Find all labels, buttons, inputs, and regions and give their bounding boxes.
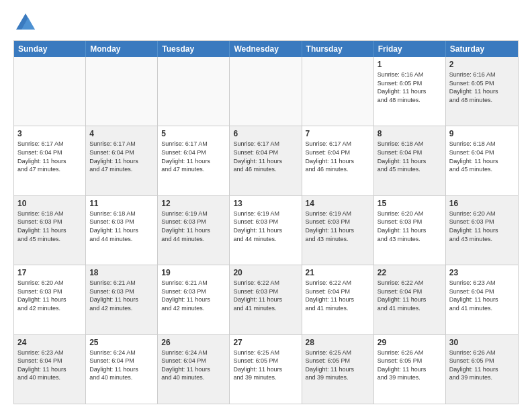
calendar-cell: 28Sunrise: 6:25 AM Sunset: 6:05 PM Dayli… [302, 335, 374, 404]
day-number: 6 [233, 129, 298, 138]
day-number: 25 [89, 338, 154, 347]
day-number: 29 [378, 338, 442, 347]
calendar-cell: 11Sunrise: 6:18 AM Sunset: 6:03 PM Dayli… [86, 196, 158, 265]
day-info: Sunrise: 6:24 AM Sunset: 6:04 PM Dayligh… [89, 349, 154, 382]
header-day-wednesday: Wednesday [230, 41, 302, 57]
header-day-saturday: Saturday [446, 41, 518, 57]
day-number: 22 [378, 268, 442, 277]
calendar-cell: 13Sunrise: 6:19 AM Sunset: 6:03 PM Dayli… [230, 196, 302, 265]
day-number: 23 [449, 268, 515, 277]
day-number: 30 [449, 338, 515, 347]
day-number: 19 [161, 268, 226, 277]
calendar-cell: 17Sunrise: 6:20 AM Sunset: 6:03 PM Dayli… [14, 265, 86, 334]
day-info: Sunrise: 6:19 AM Sunset: 6:03 PM Dayligh… [233, 210, 298, 243]
day-number: 28 [306, 338, 370, 347]
day-number: 4 [89, 129, 154, 138]
day-info: Sunrise: 6:25 AM Sunset: 6:05 PM Dayligh… [306, 349, 370, 382]
day-info: Sunrise: 6:16 AM Sunset: 6:05 PM Dayligh… [449, 71, 515, 104]
day-number: 8 [378, 129, 442, 138]
day-number: 10 [17, 199, 82, 208]
header-day-friday: Friday [374, 41, 446, 57]
day-info: Sunrise: 6:17 AM Sunset: 6:04 PM Dayligh… [306, 140, 370, 173]
day-info: Sunrise: 6:18 AM Sunset: 6:04 PM Dayligh… [378, 140, 442, 173]
day-number: 14 [306, 199, 370, 208]
calendar-header: SundayMondayTuesdayWednesdayThursdayFrid… [14, 41, 518, 57]
day-info: Sunrise: 6:17 AM Sunset: 6:04 PM Dayligh… [89, 140, 154, 173]
day-number: 13 [233, 199, 298, 208]
day-info: Sunrise: 6:25 AM Sunset: 6:05 PM Dayligh… [233, 349, 298, 382]
calendar-cell: 15Sunrise: 6:20 AM Sunset: 6:03 PM Dayli… [374, 196, 446, 265]
day-info: Sunrise: 6:22 AM Sunset: 6:03 PM Dayligh… [233, 279, 298, 312]
logo-icon [13, 11, 38, 35]
calendar-cell: 3Sunrise: 6:17 AM Sunset: 6:04 PM Daylig… [14, 126, 86, 195]
header-day-monday: Monday [86, 41, 158, 57]
calendar-cell [158, 57, 230, 126]
day-info: Sunrise: 6:20 AM Sunset: 6:03 PM Dayligh… [449, 210, 515, 243]
header-day-tuesday: Tuesday [158, 41, 230, 57]
day-info: Sunrise: 6:17 AM Sunset: 6:04 PM Dayligh… [17, 140, 82, 173]
calendar-cell: 9Sunrise: 6:18 AM Sunset: 6:04 PM Daylig… [446, 126, 518, 195]
day-number: 7 [306, 129, 370, 138]
calendar-cell: 30Sunrise: 6:26 AM Sunset: 6:05 PM Dayli… [446, 335, 518, 404]
day-number: 12 [161, 199, 226, 208]
logo [13, 11, 40, 35]
day-info: Sunrise: 6:17 AM Sunset: 6:04 PM Dayligh… [233, 140, 298, 173]
day-info: Sunrise: 6:23 AM Sunset: 6:04 PM Dayligh… [17, 349, 82, 382]
calendar-cell: 20Sunrise: 6:22 AM Sunset: 6:03 PM Dayli… [230, 265, 302, 334]
calendar-row-3: 10Sunrise: 6:18 AM Sunset: 6:03 PM Dayli… [14, 195, 518, 265]
day-number: 15 [378, 199, 442, 208]
calendar-cell: 26Sunrise: 6:24 AM Sunset: 6:04 PM Dayli… [158, 335, 230, 404]
day-number: 9 [449, 129, 515, 138]
calendar-cell: 25Sunrise: 6:24 AM Sunset: 6:04 PM Dayli… [86, 335, 158, 404]
day-info: Sunrise: 6:26 AM Sunset: 6:05 PM Dayligh… [449, 349, 515, 382]
calendar-cell: 16Sunrise: 6:20 AM Sunset: 6:03 PM Dayli… [446, 196, 518, 265]
day-info: Sunrise: 6:18 AM Sunset: 6:03 PM Dayligh… [17, 210, 82, 243]
header-day-thursday: Thursday [302, 41, 374, 57]
day-info: Sunrise: 6:20 AM Sunset: 6:03 PM Dayligh… [17, 279, 82, 312]
calendar-row-4: 17Sunrise: 6:20 AM Sunset: 6:03 PM Dayli… [14, 265, 518, 334]
calendar-cell [230, 57, 302, 126]
calendar-cell: 7Sunrise: 6:17 AM Sunset: 6:04 PM Daylig… [302, 126, 374, 195]
header-day-sunday: Sunday [14, 41, 86, 57]
day-number: 20 [233, 268, 298, 277]
day-number: 11 [89, 199, 154, 208]
day-info: Sunrise: 6:21 AM Sunset: 6:03 PM Dayligh… [89, 279, 154, 312]
calendar-cell [86, 57, 158, 126]
calendar-cell: 10Sunrise: 6:18 AM Sunset: 6:03 PM Dayli… [14, 196, 86, 265]
day-number: 27 [233, 338, 298, 347]
calendar-cell: 12Sunrise: 6:19 AM Sunset: 6:03 PM Dayli… [158, 196, 230, 265]
day-number: 3 [17, 129, 82, 138]
calendar-row-5: 24Sunrise: 6:23 AM Sunset: 6:04 PM Dayli… [14, 334, 518, 404]
calendar-row-1: 1Sunrise: 6:16 AM Sunset: 6:05 PM Daylig… [14, 57, 518, 126]
day-number: 17 [17, 268, 82, 277]
day-info: Sunrise: 6:19 AM Sunset: 6:03 PM Dayligh… [161, 210, 226, 243]
day-number: 5 [161, 129, 226, 138]
day-info: Sunrise: 6:26 AM Sunset: 6:05 PM Dayligh… [378, 349, 442, 382]
day-info: Sunrise: 6:22 AM Sunset: 6:04 PM Dayligh… [378, 279, 442, 312]
day-info: Sunrise: 6:17 AM Sunset: 6:04 PM Dayligh… [161, 140, 226, 173]
calendar-cell: 21Sunrise: 6:22 AM Sunset: 6:04 PM Dayli… [302, 265, 374, 334]
calendar-cell: 5Sunrise: 6:17 AM Sunset: 6:04 PM Daylig… [158, 126, 230, 195]
day-number: 26 [161, 338, 226, 347]
day-number: 21 [306, 268, 370, 277]
day-number: 2 [449, 60, 515, 69]
calendar-cell: 1Sunrise: 6:16 AM Sunset: 6:05 PM Daylig… [374, 57, 446, 126]
day-number: 24 [17, 338, 82, 347]
calendar: SundayMondayTuesdayWednesdayThursdayFrid… [13, 40, 519, 404]
day-info: Sunrise: 6:16 AM Sunset: 6:05 PM Dayligh… [378, 71, 442, 104]
calendar-cell: 19Sunrise: 6:21 AM Sunset: 6:03 PM Dayli… [158, 265, 230, 334]
calendar-cell: 2Sunrise: 6:16 AM Sunset: 6:05 PM Daylig… [446, 57, 518, 126]
calendar-row-2: 3Sunrise: 6:17 AM Sunset: 6:04 PM Daylig… [14, 126, 518, 195]
calendar-cell: 29Sunrise: 6:26 AM Sunset: 6:05 PM Dayli… [374, 335, 446, 404]
day-info: Sunrise: 6:21 AM Sunset: 6:03 PM Dayligh… [161, 279, 226, 312]
day-info: Sunrise: 6:23 AM Sunset: 6:04 PM Dayligh… [449, 279, 515, 312]
calendar-cell: 8Sunrise: 6:18 AM Sunset: 6:04 PM Daylig… [374, 126, 446, 195]
calendar-cell: 24Sunrise: 6:23 AM Sunset: 6:04 PM Dayli… [14, 335, 86, 404]
calendar-cell [14, 57, 86, 126]
day-info: Sunrise: 6:18 AM Sunset: 6:04 PM Dayligh… [449, 140, 515, 173]
day-info: Sunrise: 6:20 AM Sunset: 6:03 PM Dayligh… [378, 210, 442, 243]
calendar-cell: 18Sunrise: 6:21 AM Sunset: 6:03 PM Dayli… [86, 265, 158, 334]
calendar-cell: 27Sunrise: 6:25 AM Sunset: 6:05 PM Dayli… [230, 335, 302, 404]
calendar-cell: 6Sunrise: 6:17 AM Sunset: 6:04 PM Daylig… [230, 126, 302, 195]
calendar-cell: 22Sunrise: 6:22 AM Sunset: 6:04 PM Dayli… [374, 265, 446, 334]
